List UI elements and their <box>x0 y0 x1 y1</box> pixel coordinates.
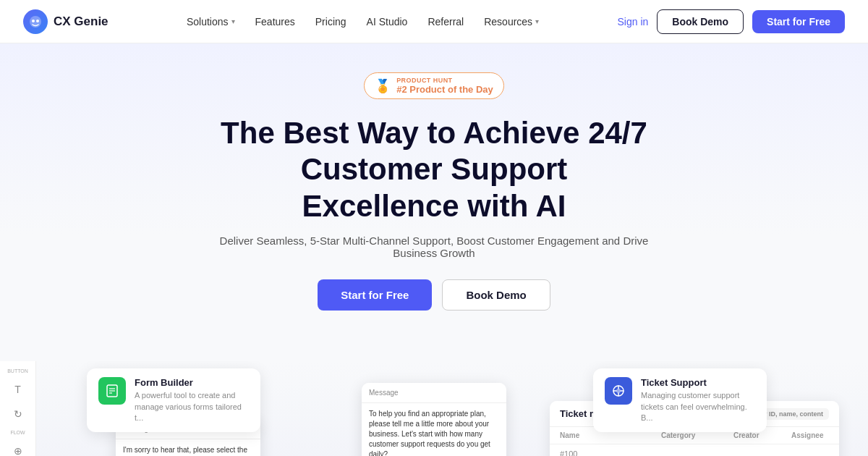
hero-buttons: Start for Free Book Demo <box>318 279 550 311</box>
ticket-support-card: Ticket Support Managing customer support… <box>593 368 767 432</box>
chevron-down-icon-2: ▾ <box>535 17 539 25</box>
sidebar-label-button: BUTTON <box>7 368 28 373</box>
form-builder-icon <box>98 377 126 405</box>
chevron-down-icon: ▾ <box>231 17 235 25</box>
nav-resources[interactable]: Resources ▾ <box>484 16 539 28</box>
svg-point-1 <box>32 20 35 22</box>
nav-actions: Sign in Book Demo Start for Free <box>617 9 845 34</box>
ticket-support-content: Ticket Support Managing customer support… <box>641 377 755 423</box>
product-hunt-badge[interactable]: 🏅 PRODUCT HUNT #2 Product of the Day <box>364 72 504 99</box>
left-sidebar: BUTTON T ↻ FLOW ⊕ <box>0 361 36 456</box>
logo-icon <box>23 9 48 34</box>
form-builder-card: Form Builder A powerful tool to create a… <box>87 368 260 432</box>
brand-name: CX Genie <box>54 14 109 29</box>
nav-links: Solutions ▾ Features Pricing AI Studio R… <box>187 16 539 28</box>
ticket-support-icon <box>605 377 632 405</box>
preview-area: BUTTON T ↻ FLOW ⊕ Form Builder A powerfu… <box>0 361 868 456</box>
nav-pricing[interactable]: Pricing <box>315 16 346 28</box>
hero-section: 🏅 PRODUCT HUNT #2 Product of the Day The… <box>0 43 868 361</box>
svg-point-2 <box>36 20 39 22</box>
form-builder-content: Form Builder A powerful tool to create a… <box>135 377 249 423</box>
hero-start-free-button[interactable]: Start for Free <box>318 279 432 311</box>
start-free-nav-button[interactable]: Start for Free <box>752 10 845 33</box>
navbar: CX Genie Solutions ▾ Features Pricing AI… <box>0 0 868 43</box>
book-demo-button[interactable]: Book Demo <box>657 9 744 34</box>
nav-referral[interactable]: Referral <box>427 16 464 28</box>
sign-in-link[interactable]: Sign in <box>617 16 648 28</box>
table-row[interactable]: #100 Open Payment issue Payment Giana Cu… <box>550 444 839 456</box>
sidebar-text-icon[interactable]: T <box>12 381 24 398</box>
nav-features[interactable]: Features <box>255 16 295 28</box>
sidebar-flow-icon[interactable]: ⊕ <box>11 442 25 456</box>
chat-window-center: Message To help you find an appropriate … <box>362 383 506 456</box>
svg-point-8 <box>616 389 621 393</box>
sidebar-label-flow: FLOW <box>10 430 25 435</box>
nav-solutions[interactable]: Solutions ▾ <box>187 16 235 28</box>
logo[interactable]: CX Genie <box>23 9 109 34</box>
hero-subtitle: Deliver Seamless, 5-Star Multi-Channel S… <box>217 235 651 259</box>
hero-title: The Best Way to Achieve 24/7 Customer Su… <box>152 115 716 224</box>
hero-book-demo-button[interactable]: Book Demo <box>442 279 550 311</box>
sidebar-rotate-icon[interactable]: ↻ <box>11 405 25 423</box>
product-hunt-icon: 🏅 <box>375 78 391 94</box>
nav-ai-studio[interactable]: AI Studio <box>367 16 408 28</box>
product-hunt-label: PRODUCT HUNT #2 Product of the Day <box>396 77 493 95</box>
